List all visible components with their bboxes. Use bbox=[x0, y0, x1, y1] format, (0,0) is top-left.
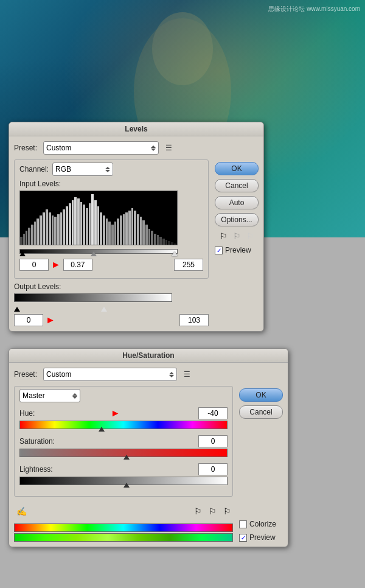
svg-rect-25 bbox=[86, 208, 88, 245]
svg-rect-38 bbox=[123, 214, 125, 245]
hue-preset-menu-icon[interactable]: ☰ bbox=[181, 368, 193, 380]
svg-rect-26 bbox=[89, 203, 91, 245]
levels-buttons: OK Cancel Auto Options... ⚐ ⚐ ⚐ Preview bbox=[209, 159, 259, 326]
svg-rect-31 bbox=[103, 215, 105, 245]
histogram bbox=[19, 191, 178, 245]
hue-preset-select[interactable]: Custom bbox=[43, 368, 177, 381]
svg-rect-21 bbox=[74, 197, 77, 245]
output-black-thumb[interactable] bbox=[14, 307, 20, 312]
hue-value[interactable] bbox=[198, 407, 228, 419]
svg-rect-43 bbox=[137, 214, 139, 245]
svg-rect-8 bbox=[36, 219, 39, 245]
hue-cancel-button[interactable]: Cancel bbox=[239, 405, 283, 419]
green-bar bbox=[14, 533, 233, 542]
hue-ok-button[interactable]: OK bbox=[239, 388, 283, 402]
svg-rect-3 bbox=[23, 234, 25, 245]
hue-preview-checkbox[interactable] bbox=[239, 534, 247, 542]
preset-select[interactable]: Custom bbox=[43, 141, 159, 155]
output-levels-section: Output Levels: ► bbox=[14, 282, 209, 326]
svg-rect-6 bbox=[31, 225, 33, 245]
gray-thumb[interactable] bbox=[91, 251, 97, 256]
hue-buttons: OK Cancel Colorize Preview bbox=[233, 386, 283, 542]
svg-rect-36 bbox=[117, 219, 119, 245]
saturation-row: Saturation: bbox=[19, 435, 228, 460]
lightness-slider[interactable] bbox=[19, 477, 228, 488]
black-thumb[interactable] bbox=[19, 251, 26, 256]
output-white-thumb[interactable] bbox=[101, 307, 107, 312]
black-eyedropper[interactable]: ⚐ bbox=[217, 230, 229, 242]
levels-auto-button[interactable]: Auto bbox=[215, 196, 259, 209]
channel-select[interactable]: RGB bbox=[52, 163, 113, 176]
svg-rect-53 bbox=[165, 240, 167, 245]
svg-rect-28 bbox=[94, 200, 97, 245]
output-arrow: ► bbox=[46, 315, 55, 326]
input-white-value[interactable] bbox=[174, 259, 203, 271]
svg-rect-19 bbox=[69, 203, 71, 245]
hue-arrow: ► bbox=[111, 408, 120, 419]
color-bars bbox=[14, 523, 233, 542]
hue-eyedropper-2[interactable]: ⚐ bbox=[206, 505, 218, 517]
gray-eyedropper[interactable]: ⚐ bbox=[231, 230, 243, 242]
svg-rect-17 bbox=[63, 209, 65, 245]
colorize-row: Colorize bbox=[239, 520, 283, 528]
input-gamma-value[interactable] bbox=[63, 259, 92, 271]
output-slider[interactable] bbox=[14, 302, 172, 312]
hue-eyedropper-3[interactable]: ⚐ bbox=[221, 505, 233, 517]
svg-rect-45 bbox=[142, 220, 145, 245]
svg-rect-18 bbox=[66, 206, 68, 245]
svg-rect-37 bbox=[120, 215, 122, 245]
svg-rect-13 bbox=[52, 215, 54, 245]
svg-rect-47 bbox=[148, 229, 150, 245]
hand-tool[interactable]: ✍ bbox=[14, 504, 29, 519]
svg-rect-24 bbox=[83, 205, 85, 245]
levels-options-button[interactable]: Options... bbox=[215, 213, 259, 226]
svg-rect-56 bbox=[174, 243, 176, 245]
hue-channel-select[interactable]: Master bbox=[19, 389, 80, 402]
hue-preview-row: Preview bbox=[239, 533, 283, 542]
preset-menu-icon[interactable]: ☰ bbox=[162, 142, 175, 154]
levels-ok-button[interactable]: OK bbox=[215, 162, 259, 175]
hue-slider[interactable] bbox=[19, 421, 228, 432]
hue-row: Hue: ► bbox=[19, 407, 228, 432]
white-eyedropper[interactable]: ⚐ bbox=[244, 230, 256, 242]
svg-rect-20 bbox=[72, 200, 74, 245]
svg-rect-12 bbox=[49, 212, 51, 245]
svg-rect-35 bbox=[114, 222, 116, 245]
hue-tool-row: ✍ ⚐ ⚐ ⚐ bbox=[14, 502, 233, 521]
levels-dialog: Levels Preset: Custom ☰ Channel: bbox=[9, 122, 264, 332]
sat-thumb[interactable] bbox=[123, 455, 130, 460]
levels-preview-row: Preview bbox=[215, 246, 259, 254]
svg-rect-34 bbox=[111, 225, 114, 245]
levels-preview-label: Preview bbox=[225, 246, 251, 254]
input-arrow: ► bbox=[51, 259, 61, 270]
hue-eyedropper-1[interactable]: ⚐ bbox=[192, 505, 204, 517]
white-thumb[interactable] bbox=[172, 251, 178, 256]
light-thumb[interactable] bbox=[123, 483, 130, 488]
lightness-value[interactable] bbox=[198, 463, 228, 475]
saturation-value[interactable] bbox=[198, 435, 228, 447]
input-slider[interactable] bbox=[19, 247, 178, 256]
svg-rect-51 bbox=[159, 237, 162, 245]
lightness-label: Lightness: bbox=[19, 465, 53, 474]
svg-rect-46 bbox=[145, 225, 148, 245]
input-black-value[interactable] bbox=[19, 259, 49, 271]
svg-rect-27 bbox=[91, 194, 94, 245]
saturation-slider[interactable] bbox=[19, 449, 228, 460]
preset-label: Preset: bbox=[14, 144, 43, 152]
svg-rect-40 bbox=[128, 211, 131, 245]
channel-label: Channel: bbox=[19, 165, 49, 173]
svg-rect-15 bbox=[57, 214, 60, 245]
svg-rect-54 bbox=[168, 241, 170, 245]
colorize-checkbox[interactable] bbox=[239, 520, 247, 528]
svg-rect-11 bbox=[46, 209, 48, 245]
output-white-value[interactable] bbox=[179, 314, 209, 326]
hue-thumb[interactable] bbox=[99, 427, 105, 432]
hue-title: Hue/Saturation bbox=[9, 349, 288, 363]
levels-preview-checkbox[interactable] bbox=[215, 247, 223, 254]
svg-rect-22 bbox=[77, 198, 80, 245]
levels-cancel-button[interactable]: Cancel bbox=[215, 179, 259, 192]
hue-saturation-dialog: Hue/Saturation Preset: Custom ☰ Master bbox=[9, 348, 288, 547]
output-black-value[interactable] bbox=[14, 314, 43, 326]
levels-title: Levels bbox=[9, 122, 263, 136]
hue-preset-label: Preset: bbox=[14, 370, 43, 379]
